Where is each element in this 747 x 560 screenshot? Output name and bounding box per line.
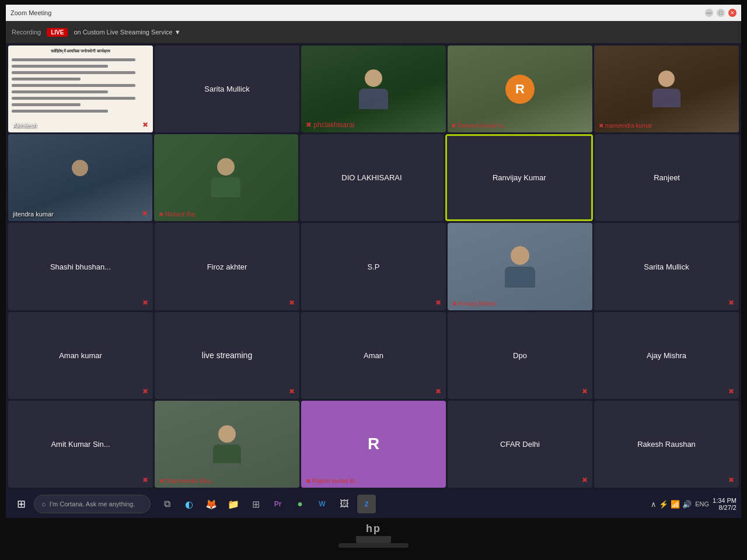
tile-name-sarita-1: Sarita Mullick: [202, 82, 252, 96]
mute-icon-live-streaming: ✖: [289, 387, 295, 396]
mute-icon-rajesh: ✖ Rajesh kumar th...: [306, 478, 359, 484]
app-green-icon[interactable]: ●: [291, 495, 309, 513]
window-title: Zoom Meeting: [11, 9, 51, 16]
meeting-grid: सर्वहितेष् में अत्यधिक जनोपयोगी कार्यक्र…: [6, 43, 741, 490]
doc-content: सर्वहितेष् में अत्यधिक जनोपयोगी कार्यक्र…: [8, 46, 153, 132]
monitor: Zoom Meeting — □ ✕ Recording LIVE on Cus…: [0, 0, 747, 560]
taskbar-right: ∧ ⚡ 📶 🔊 ENG 1:34 PM 8/27/2: [651, 490, 736, 518]
tile-cfar[interactable]: CFAR Delhi ✖: [448, 401, 592, 488]
photo-icon[interactable]: 🖼: [335, 495, 354, 513]
zoom-icon[interactable]: Z: [357, 495, 376, 513]
start-button[interactable]: ⊞: [11, 494, 32, 514]
grid-row-5: Amit Kumar Sin... ✖ ✖ Dharmendra Ras...: [8, 401, 739, 488]
tile-name-ajay: Ajay Mishra: [644, 349, 689, 362]
title-bar-controls[interactable]: — □ ✕: [705, 9, 736, 17]
tile-name-aman-kumar: Aman kumar: [57, 349, 104, 362]
tile-ajay[interactable]: Ajay Mishra ✖: [594, 312, 739, 399]
tile-rajesh[interactable]: R ✖ Rajesh kumar th...: [301, 401, 446, 488]
tile-manvendra[interactable]: ✖ manvendra kumar: [594, 46, 739, 132]
grid-row-2: jitendra kumar ✖ ✖ Nishant Raj DIO L: [8, 134, 739, 221]
mute-icon-dharmendra: ✖ Dharmendra Ras...: [159, 478, 215, 484]
tile-phclakhisarai[interactable]: ✖ phclakhisarai: [301, 46, 446, 132]
mute-icon-dpo: ✖: [582, 387, 588, 396]
mute-icon-jitendra: ✖: [142, 209, 148, 218]
tile-shashi[interactable]: Shashi bhushan... ✖: [8, 223, 153, 310]
tile-sarita-mullick-2[interactable]: Sarita Mullick ✖: [594, 223, 739, 310]
mute-icon-nishant: ✖ Nishant Raj: [159, 211, 195, 218]
title-bar: Zoom Meeting — □ ✕: [6, 5, 741, 21]
tile-name-dpo: Dpo: [511, 349, 529, 362]
mute-icon-akhilesh: ✖: [142, 121, 148, 129]
mute-icon-manvendra: ✖ manvendra kumar: [599, 123, 652, 129]
mute-icon-rakesh: ✖: [728, 476, 734, 484]
tile-name-cfar: CFAR Delhi: [498, 438, 542, 451]
premiere-icon[interactable]: Pr: [268, 495, 287, 513]
taskbar-app-icons: ⧉ ◐ 🦊 📁 ⊞ Pr ● W 🖼 Z: [158, 495, 376, 513]
tile-anurag[interactable]: ✖ Anurag Mishra: [448, 223, 592, 310]
rajesh-avatar: R: [359, 429, 388, 459]
edge-icon[interactable]: ◐: [180, 495, 198, 513]
taskbar-search[interactable]: ○ I'm Cortana. Ask me anything.: [34, 495, 151, 513]
taskbar-time: 1:34 PM 8/27/2: [713, 497, 736, 511]
tile-jitendra[interactable]: jitendra kumar ✖: [8, 134, 152, 221]
taskbar: ⊞ ○ I'm Cortana. Ask me anything. ⧉ ◐ 🦊 …: [6, 490, 741, 518]
mute-icon-ajay: ✖: [728, 387, 734, 396]
volume-icon[interactable]: 🔊: [682, 500, 692, 509]
mute-icon-aman-kumar: ✖: [142, 387, 148, 396]
maximize-button[interactable]: □: [717, 9, 725, 17]
recording-label: Recording: [12, 29, 41, 36]
monitor-bottom: hp: [338, 518, 409, 548]
chevron-up-icon[interactable]: ∧: [651, 500, 657, 509]
tile-live-streaming[interactable]: live streaming ✖: [155, 312, 299, 399]
folder-icon[interactable]: 📁: [224, 495, 243, 513]
hp-logo: hp: [366, 520, 381, 536]
tile-ranjeet[interactable]: Ranjeet: [595, 134, 739, 221]
tile-aman[interactable]: Aman ✖: [301, 312, 446, 399]
tile-name-ranjeet: Ranjeet: [651, 171, 682, 184]
apps-grid-icon[interactable]: ⊞: [246, 495, 265, 513]
firefox-icon[interactable]: 🦊: [202, 495, 221, 513]
tile-rakesh[interactable]: Rakesh Raushan ✖: [594, 401, 739, 488]
tile-name-firoz: Firoz akhter: [205, 260, 250, 274]
grid-row-3: Shashi bhushan... ✖ Firoz akhter ✖ S.P ✖: [8, 223, 739, 310]
tile-name-shashi: Shashi bhushan...: [48, 260, 113, 274]
tile-sp[interactable]: S.P ✖: [301, 223, 446, 310]
search-placeholder[interactable]: I'm Cortana. Ask me anything.: [50, 501, 135, 508]
network-icon: ⚡: [659, 500, 668, 509]
search-icon: ○: [41, 500, 46, 509]
word-icon[interactable]: W: [313, 495, 331, 513]
tile-sarita-mullick-1[interactable]: Sarita Mullick: [155, 46, 299, 132]
close-button[interactable]: ✕: [728, 9, 736, 17]
streaming-text[interactable]: on Custom Live Streaming Service ▼: [74, 29, 180, 36]
mute-icon-shashi: ✖: [142, 299, 148, 307]
minimize-button[interactable]: —: [705, 9, 713, 17]
mute-icon-anurag: ✖ Anurag Mishra: [452, 300, 496, 307]
mute-icon-phclakhisarai: ✖ phclakhisarai: [306, 121, 354, 129]
tile-name-dio: DIO LAKHISARAI: [339, 171, 404, 184]
tile-name-amit: Amit Kumar Sin...: [48, 438, 112, 451]
mute-icon-sarita2: ✖: [728, 299, 734, 307]
tile-ramesh[interactable]: R ✖ Ramesh kumar si...: [448, 46, 592, 132]
tile-name-aman: Aman: [361, 349, 386, 362]
title-bar-left: Zoom Meeting: [11, 9, 51, 16]
screen: Zoom Meeting — □ ✕ Recording LIVE on Cus…: [6, 5, 741, 518]
tile-ranvijay[interactable]: Ranvijay Kumar: [445, 134, 593, 221]
tile-name-sp: S.P: [365, 260, 382, 274]
tile-nishant[interactable]: ✖ Nishant Raj: [154, 134, 298, 221]
system-tray: ∧ ⚡ 📶 🔊: [651, 500, 692, 509]
tile-name-ranvijay: Ranvijay Kumar: [490, 171, 549, 184]
tile-amit[interactable]: Amit Kumar Sin... ✖: [8, 401, 153, 488]
tile-dio[interactable]: DIO LAKHISARAI: [300, 134, 444, 221]
tile-dpo[interactable]: Dpo ✖: [448, 312, 592, 399]
tile-aman-kumar[interactable]: Aman kumar ✖: [8, 312, 153, 399]
zoom-toolbar: Recording LIVE on Custom Live Streaming …: [6, 21, 741, 43]
task-view-icon[interactable]: ⧉: [158, 495, 176, 513]
tile-firoz[interactable]: Firoz akhter ✖: [155, 223, 299, 310]
mute-icon-cfar: ✖: [582, 476, 588, 484]
tile-dharmendra[interactable]: ✖ Dharmendra Ras...: [155, 401, 299, 488]
tile-name-rakesh: Rakesh Raushan: [635, 438, 698, 451]
tile-akhilesh[interactable]: सर्वहितेष् में अत्यधिक जनोपयोगी कार्यक्र…: [8, 46, 153, 132]
tile-name-live-streaming: live streaming: [202, 351, 252, 360]
tile-name-sarita-2: Sarita Mullick: [641, 260, 691, 274]
lang-indicator: ENG: [695, 501, 709, 508]
